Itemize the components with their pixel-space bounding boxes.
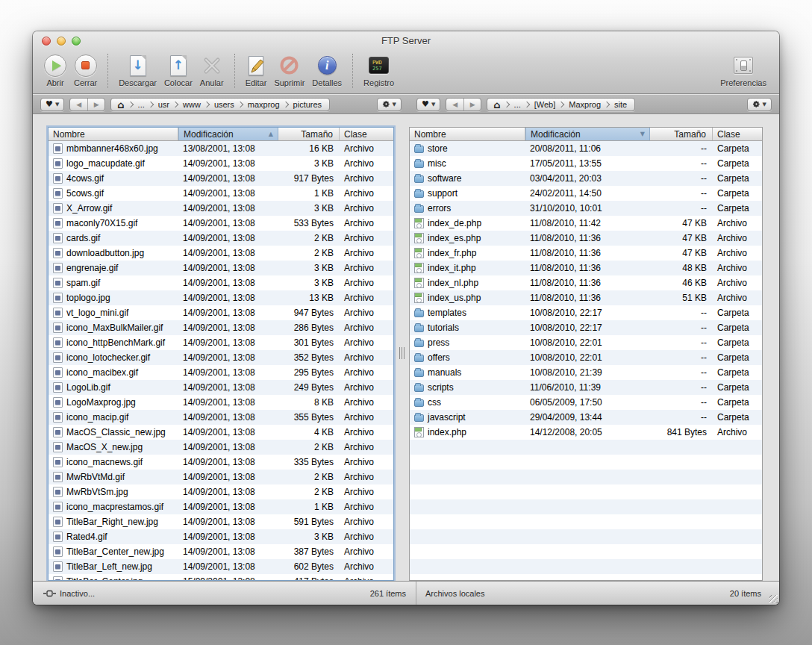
empty-row[interactable] [410,470,762,484]
column-header-size[interactable]: Tamaño [278,128,340,140]
table-row[interactable]: vt_logo_mini.gif 14/09/2001, 13:08 947 B… [49,305,393,320]
table-row[interactable]: javascript 29/04/2009, 13:44 -- Carpeta [410,410,762,425]
table-row[interactable]: index_us.php 11/08/2010, 11:36 51 KB Arc… [410,290,762,305]
back-button[interactable]: ◀ [70,99,87,110]
table-row[interactable]: templates 10/08/2010, 22:17 -- Carpeta [410,305,762,320]
cancel-button[interactable]: Anular [196,52,228,88]
table-row[interactable]: 4cows.gif 14/09/2001, 13:08 917 Bytes Ar… [49,171,393,186]
actions-button-left[interactable]: ▼ [377,98,402,111]
titlebar[interactable]: FTP Server [33,31,779,51]
empty-row[interactable] [410,529,762,544]
table-row[interactable]: X_Arrow.gif 14/09/2001, 13:08 3 KB Archi… [49,201,393,216]
close-button[interactable]: Cerrar [70,52,101,88]
table-row[interactable]: Rated4.gif 14/09/2001, 13:08 3 KB Archiv… [49,529,393,544]
empty-row[interactable] [410,544,762,559]
table-row[interactable]: scripts 11/06/2010, 11:39 -- Carpeta [410,380,762,395]
empty-row[interactable] [410,440,762,455]
empty-row[interactable] [410,574,762,581]
table-row[interactable]: icono_macprestamos.gif 14/09/2001, 13:08… [49,499,393,514]
preferences-button[interactable]: Preferencias [716,52,770,88]
table-row[interactable]: LogoMaxprog.jpg 14/09/2001, 13:08 8 KB A… [49,395,393,410]
breadcrumb-segment[interactable]: Maxprog [569,100,601,109]
table-row[interactable]: MacOS_X_new.jpg 14/09/2001, 13:08 2 KB A… [49,440,393,455]
table-row[interactable]: press 10/08/2010, 22:01 -- Carpeta [410,335,762,350]
upload-button[interactable]: ↑ Colocar [160,52,196,88]
resize-grip[interactable] [769,595,778,603]
empty-row[interactable] [410,455,762,470]
table-row[interactable]: index.php 14/12/2008, 20:05 841 Bytes Ar… [410,425,762,440]
column-header-size[interactable]: Tamaño [650,128,713,140]
breadcrumb-segment[interactable]: maxprog [248,100,280,109]
table-row[interactable]: TitleBar_Center_new.jpg 14/09/2001, 13:0… [49,544,393,559]
table-row[interactable]: icono_lotochecker.gif 14/09/2001, 13:08 … [49,350,393,365]
table-row[interactable]: icono_MaxBulkMailer.gif 14/09/2001, 13:0… [49,320,393,335]
back-button[interactable]: ◀ [446,99,463,110]
table-row[interactable]: index_de.php 11/08/2010, 11:42 47 KB Arc… [410,216,762,231]
table-row[interactable]: mbmbanner468x60.jpg 13/08/2001, 13:08 16… [49,141,393,156]
table-row[interactable]: index_it.php 11/08/2010, 11:36 48 KB Arc… [410,261,762,275]
table-row[interactable]: index_fr.php 11/08/2010, 11:36 47 KB Arc… [410,246,762,261]
table-row[interactable]: downloadbutton.jpg 14/09/2001, 13:08 2 K… [49,246,393,261]
table-row[interactable]: software 03/04/2011, 20:03 -- Carpeta [410,171,762,186]
table-row[interactable]: logo_macupdate.gif 14/09/2001, 13:08 3 K… [49,156,393,171]
favorites-button-right[interactable]: ▼ [416,98,440,111]
table-row[interactable]: misc 17/05/2011, 13:55 -- Carpeta [410,156,762,171]
table-row[interactable]: MacOS_Classic_new.jpg 14/09/2001, 13:08 … [49,425,393,440]
table-row[interactable]: support 24/02/2011, 14:50 -- Carpeta [410,186,762,201]
forward-button[interactable]: ▶ [87,99,104,110]
breadcrumb-segment[interactable]: [Web] [534,100,556,109]
breadcrumb-segment[interactable]: site [614,100,627,109]
column-header-modified[interactable]: Modificación ▼ [525,128,650,140]
table-row[interactable]: icono_macibex.gif 14/09/2001, 13:08 295 … [49,365,393,380]
forward-button[interactable]: ▶ [463,99,481,110]
column-header-name[interactable]: Nombre [49,128,178,140]
table-row[interactable]: LogoLib.gif 14/09/2001, 13:08 249 Bytes … [49,380,393,395]
table-row[interactable]: css 06/05/2009, 17:50 -- Carpeta [410,395,762,410]
table-row[interactable]: spam.gif 14/09/2001, 13:08 3 KB Archivo [49,275,393,290]
favorites-button-left[interactable]: ▼ [40,98,64,111]
breadcrumb-segment[interactable]: pictures [293,100,322,109]
breadcrumb-segment[interactable]: www [183,100,201,109]
table-row[interactable]: engrenaje.gif 14/09/2001, 13:08 3 KB Arc… [49,261,393,275]
table-row[interactable]: index_nl.php 11/08/2010, 11:36 46 KB Arc… [410,275,762,290]
column-header-name[interactable]: Nombre [410,128,525,140]
column-header-kind[interactable]: Clase [340,128,393,140]
table-row[interactable]: MwRbVtSm.jpg 14/09/2001, 13:08 2 KB Arch… [49,484,393,499]
table-row[interactable]: MwRbVtMd.gif 14/09/2001, 13:08 2 KB Arch… [49,470,393,484]
empty-row[interactable] [410,499,762,514]
table-row[interactable]: TitleBar_Left_new.jpg 14/09/2001, 13:08 … [49,559,393,574]
breadcrumb-segment[interactable]: ... [514,100,521,109]
details-button[interactable]: i Detalles [308,52,346,88]
download-button[interactable]: ↓ Descargar [115,52,160,88]
table-row[interactable]: TitleBar_Center.jpg 15/09/2001, 13:08 41… [49,574,393,581]
empty-row[interactable] [410,559,762,574]
home-icon[interactable] [493,98,500,111]
delete-button[interactable]: Suprimir [270,52,308,88]
breadcrumb-segment[interactable]: ... [138,100,145,109]
table-row[interactable]: TitleBar_Right_new.jpg 14/09/2001, 13:08… [49,514,393,529]
table-row[interactable]: cards.gif 14/09/2001, 13:08 2 KB Archivo [49,231,393,246]
table-row[interactable]: tutorials 10/08/2010, 22:17 -- Carpeta [410,320,762,335]
table-row[interactable]: manuals 10/08/2010, 21:39 -- Carpeta [410,365,762,380]
table-row[interactable]: 5cows.gif 14/09/2001, 13:08 1 KB Archivo [49,186,393,201]
breadcrumb-segment[interactable]: users [214,100,234,109]
log-button[interactable]: PWD 257 Registro [360,52,398,88]
empty-row[interactable] [410,514,762,529]
pane-splitter-handle[interactable] [398,347,405,359]
empty-row[interactable] [410,484,762,499]
table-row[interactable]: maconly70X15.gif 14/09/2001, 13:08 533 B… [49,216,393,231]
open-button[interactable]: Abrir [40,52,70,88]
edit-button[interactable]: Editar [242,52,271,88]
actions-button-right[interactable]: ▼ [747,98,772,111]
breadcrumb-segment[interactable]: usr [158,100,169,109]
table-row[interactable]: errors 31/10/2010, 10:01 -- Carpeta [410,201,762,216]
table-row[interactable]: offers 10/08/2010, 22:01 -- Carpeta [410,350,762,365]
table-row[interactable]: toplogo.jpg 14/09/2001, 13:08 13 KB Arch… [49,290,393,305]
table-row[interactable]: icono_macip.gif 14/09/2001, 13:08 355 By… [49,410,393,425]
table-row[interactable]: store 20/08/2011, 11:06 -- Carpeta [410,141,762,156]
column-header-modified[interactable]: Modificación ▲ [178,128,278,140]
column-header-kind[interactable]: Clase [713,128,762,140]
table-row[interactable]: icono_macnews.gif 14/09/2001, 13:08 335 … [49,455,393,470]
home-icon[interactable] [117,98,124,111]
table-row[interactable]: index_es.php 11/08/2010, 11:36 47 KB Arc… [410,231,762,246]
